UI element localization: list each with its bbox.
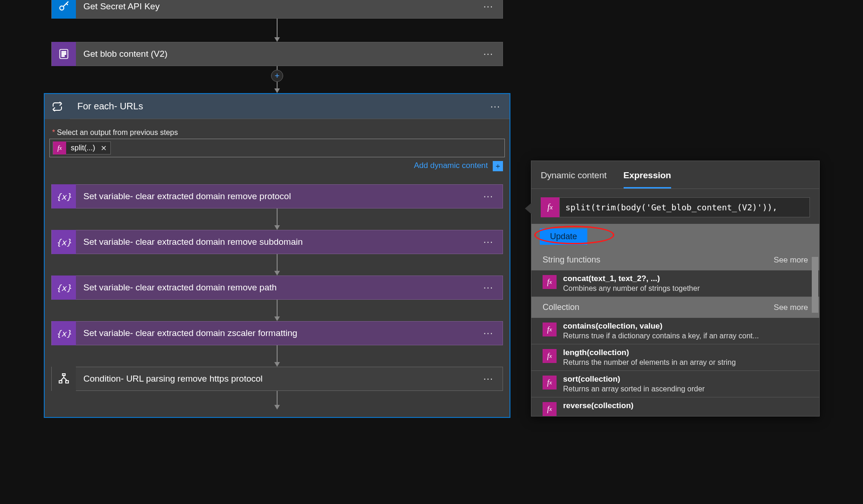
function-signature: reverse(collection) xyxy=(563,401,808,410)
scrollbar-thumb[interactable] xyxy=(812,257,818,313)
function-description: Returns true if a dictionary contains a … xyxy=(563,332,808,340)
svg-marker-16 xyxy=(274,362,280,367)
step-set-variable[interactable]: {x} Set variable- clear extracted domain… xyxy=(51,276,503,300)
field-label: *Select an output from previous steps xyxy=(52,128,505,137)
function-list[interactable]: String functions See more fx concat(text… xyxy=(531,249,819,416)
fx-icon: fx xyxy=(543,402,557,416)
update-button[interactable]: Update xyxy=(540,228,587,245)
foreach-container: For each- URLs ··· *Select an output fro… xyxy=(44,93,510,418)
workflow-canvas: Get Secret API Key ··· Get blob content … xyxy=(33,0,522,418)
connector-arrow xyxy=(49,300,505,321)
svg-marker-8 xyxy=(274,88,280,93)
connector-arrow xyxy=(49,391,505,412)
fx-icon: fx xyxy=(53,141,66,155)
token-remove[interactable]: ✕ xyxy=(100,144,110,153)
function-sort[interactable]: fx sort(collection) Returns an array sor… xyxy=(531,371,819,397)
step-label: Set variable- clear extracted domain rem… xyxy=(76,191,474,202)
category-name: String functions xyxy=(543,255,600,265)
step-label: Set variable- clear extracted domain zsc… xyxy=(76,328,474,338)
connector-arrow xyxy=(49,345,505,367)
update-row: Update xyxy=(531,224,819,249)
variable-icon: {x} xyxy=(52,230,76,254)
category-header-collection: Collection See more xyxy=(531,297,819,318)
step-label: Condition- URL parsing remove https prot… xyxy=(76,374,474,384)
foreach-header[interactable]: For each- URLs ··· xyxy=(45,94,510,119)
svg-marker-14 xyxy=(274,316,280,321)
variable-icon: {x} xyxy=(52,184,76,208)
step-get-blob[interactable]: Get blob content (V2) ··· xyxy=(51,42,503,66)
function-signature: concat(text_1, text_2?, ...) xyxy=(563,274,808,283)
step-label: Get blob content (V2) xyxy=(76,49,474,59)
key-icon xyxy=(52,0,76,19)
svg-rect-18 xyxy=(59,381,62,383)
function-signature: length(collection) xyxy=(563,348,808,357)
step-label: Set variable- clear extracted domain rem… xyxy=(76,237,474,247)
tabs: Dynamic content Expression xyxy=(531,161,819,189)
step-set-variable[interactable]: {x} Set variable- clear extracted domain… xyxy=(51,230,503,254)
connector-arrow xyxy=(49,254,505,276)
connector-arrow xyxy=(33,19,522,42)
svg-rect-5 xyxy=(62,54,66,54)
tab-expression[interactable]: Expression xyxy=(624,170,671,188)
step-menu[interactable]: ··· xyxy=(474,0,503,13)
function-reverse[interactable]: fx reverse(collection) xyxy=(531,397,819,416)
svg-rect-4 xyxy=(62,52,66,53)
expression-row: fx split(trim(body('Get_blob_content_(V2… xyxy=(541,197,810,217)
step-set-variable[interactable]: {x} Set variable- clear extracted domain… xyxy=(51,321,503,345)
add-step-button[interactable]: + xyxy=(271,70,283,82)
function-description: Returns an array sorted in ascending ord… xyxy=(563,385,808,393)
variable-icon: {x} xyxy=(52,276,76,300)
svg-marker-10 xyxy=(274,225,280,230)
category-name: Collection xyxy=(543,302,579,312)
svg-marker-2 xyxy=(274,37,280,42)
expression-input[interactable]: split(trim(body('Get_blob_content_(V2)')… xyxy=(559,197,810,217)
function-signature: contains(collection, value) xyxy=(563,322,808,331)
expression-panel: Dynamic content Expression fx split(trim… xyxy=(531,161,820,417)
condition-icon xyxy=(52,367,76,391)
step-condition[interactable]: Condition- URL parsing remove https prot… xyxy=(51,367,503,391)
foreach-title: For each- URLs xyxy=(70,101,481,112)
step-menu[interactable]: ··· xyxy=(474,327,503,339)
step-menu[interactable]: ··· xyxy=(474,190,503,202)
step-menu[interactable]: ··· xyxy=(474,236,503,248)
function-concat[interactable]: fx concat(text_1, text_2?, ...) Combines… xyxy=(531,270,819,297)
step-menu[interactable]: ··· xyxy=(474,48,503,60)
fx-icon: fx xyxy=(543,349,557,363)
function-length[interactable]: fx length(collection) Returns the number… xyxy=(531,344,819,371)
step-label: Get Secret API Key xyxy=(76,1,474,12)
see-more-link[interactable]: See more xyxy=(774,303,808,312)
token-text: split(...) xyxy=(66,144,100,152)
connector-arrow: + xyxy=(33,66,522,93)
expression-token[interactable]: fx split(...) ✕ xyxy=(53,141,111,155)
step-menu[interactable]: ··· xyxy=(474,373,503,385)
step-menu[interactable]: ··· xyxy=(474,282,503,294)
function-signature: sort(collection) xyxy=(563,375,808,384)
fx-icon: fx xyxy=(543,323,557,336)
variable-icon: {x} xyxy=(52,321,76,345)
blob-icon xyxy=(52,42,76,66)
category-header-string: String functions See more xyxy=(531,249,819,270)
function-description: Combines any number of strings together xyxy=(563,284,808,293)
step-set-variable[interactable]: {x} Set variable- clear extracted domain… xyxy=(51,184,503,208)
step-menu[interactable]: ··· xyxy=(481,101,510,113)
see-more-link[interactable]: See more xyxy=(774,255,808,265)
function-description: Returns the number of elements in an arr… xyxy=(563,358,808,367)
connector-arrow xyxy=(49,208,505,230)
svg-marker-21 xyxy=(274,405,280,410)
loop-icon xyxy=(45,94,70,119)
add-dynamic-content-button[interactable]: ＋ xyxy=(493,161,503,171)
select-output-field[interactable]: fx split(...) ✕ xyxy=(49,139,505,157)
step-get-secret[interactable]: Get Secret API Key ··· xyxy=(51,0,503,19)
add-dynamic-content-link[interactable]: Add dynamic content xyxy=(414,161,488,170)
step-label: Set variable- clear extracted domain rem… xyxy=(76,282,474,293)
function-contains[interactable]: fx contains(collection, value) Returns t… xyxy=(531,318,819,344)
fx-icon: fx xyxy=(543,376,557,390)
fx-icon: fx xyxy=(541,197,559,217)
svg-rect-19 xyxy=(66,381,68,383)
fx-icon: fx xyxy=(543,275,557,289)
tab-dynamic-content[interactable]: Dynamic content xyxy=(541,170,607,188)
svg-rect-6 xyxy=(62,55,64,56)
foreach-body: *Select an output from previous steps fx… xyxy=(45,119,510,417)
svg-marker-12 xyxy=(274,271,280,276)
